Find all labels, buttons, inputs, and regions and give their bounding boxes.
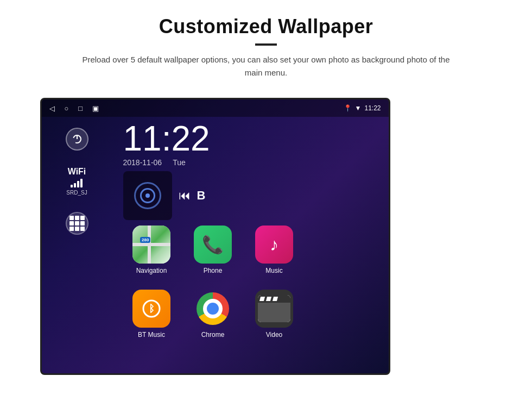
media-row: ⏮ B [112,171,389,220]
clock-time: 11:22 [123,121,210,156]
navigation-icon: 280 [132,226,170,264]
page-title: Customized Wallpaper [33,15,499,38]
app-item-video[interactable]: Video [246,290,303,349]
chrome-icon [194,290,232,328]
bt-music-label: BT Music [138,331,165,339]
signal-dot [145,193,150,198]
apps-grid-icon [69,216,85,231]
svg-text:ᛒ: ᛒ [149,303,155,314]
status-bar: ◁ ○ □ ▣ 📍 ▼ 11:22 [42,99,389,117]
screenshot-icon[interactable]: ▣ [92,104,99,112]
signal-widget-icon [134,182,161,209]
chrome-inner-circle [207,303,219,315]
title-divider [255,43,277,46]
clock-date-value: 2018-11-06 [123,158,162,167]
chrome-label: Chrome [201,331,225,339]
main-area: 11:22 2018-11-06 Tue [112,117,389,373]
chrome-middle-ring [203,299,223,318]
phone-label: Phone [204,267,223,274]
wifi-ssid: SRD_SJ [66,190,87,196]
nav-icons: ◁ ○ □ ▣ [49,104,99,112]
gps-icon: 📍 [344,104,352,112]
app-item-navigation[interactable]: 280 Navigation [123,226,180,285]
power-button[interactable] [66,128,88,151]
signal-icon: ▼ [355,104,362,112]
clock-section: 11:22 2018-11-06 Tue [112,117,389,167]
wifi-widget: WiFi SRD_SJ [66,167,87,196]
music-shape: ♪ [270,235,278,255]
phone-icon: 📞 [194,226,232,264]
clock-day-value: Tue [173,158,186,167]
video-label: Video [266,331,282,339]
signal-inner [140,188,155,203]
navigation-label: Navigation [136,267,167,274]
app-grid: 280 Navigation 📞 Phone [112,220,389,355]
bluetooth-label: B [197,189,206,203]
page-subtitle: Preload over 5 default wallpaper options… [76,53,456,79]
status-time: 11:22 [364,104,381,112]
wifi-bars [66,179,87,187]
page-header: Customized Wallpaper Preload over 5 defa… [0,0,532,88]
bt-music-icon: ᛒ [132,290,170,328]
home-icon[interactable]: ○ [65,104,69,112]
prev-button[interactable]: ⏮ [179,189,191,203]
back-icon[interactable]: ◁ [49,104,55,112]
app-item-phone[interactable]: 📞 Phone [185,226,242,285]
media-widget [123,171,172,220]
clapper-shape [258,295,290,322]
music-icon: ♪ [255,226,293,264]
app-item-music[interactable]: ♪ Music [246,226,303,285]
clock-date: 2018-11-06 Tue [123,158,186,167]
app-item-bt-music[interactable]: ᛒ BT Music [123,290,180,349]
android-screen: ◁ ○ □ ▣ 📍 ▼ 11:22 [40,98,390,375]
music-label: Music [265,267,282,274]
chrome-outer-ring [197,292,229,325]
wifi-label: WiFi [66,167,87,177]
apps-grid-button[interactable] [66,212,88,235]
video-icon [255,290,293,328]
app-item-chrome[interactable]: Chrome [185,290,242,349]
phone-shape: 📞 [202,234,224,255]
recent-icon[interactable]: □ [78,104,83,112]
status-right: 📍 ▼ 11:22 [344,104,381,112]
left-sidebar: WiFi SRD_SJ [42,117,112,373]
screen-body: WiFi SRD_SJ [42,117,389,373]
content-area: ◁ ○ □ ▣ 📍 ▼ 11:22 [0,88,532,375]
